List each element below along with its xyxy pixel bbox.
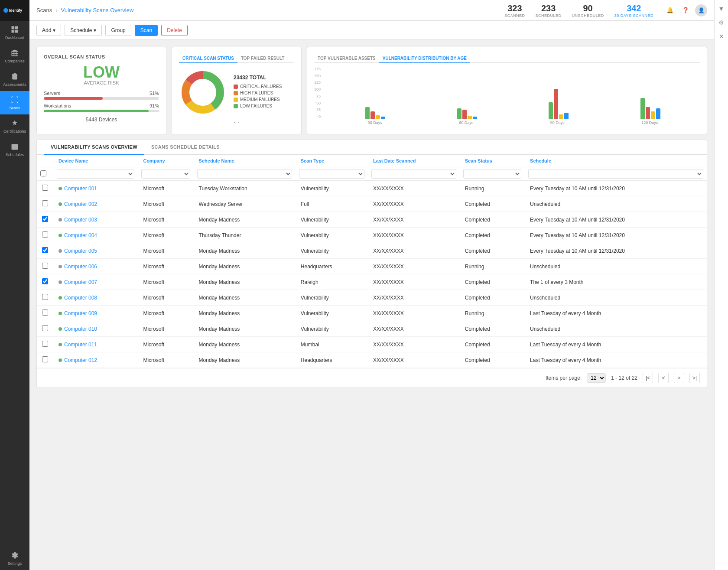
topbar: Scans › Vulnerability Scans Overview 323… [29,0,714,21]
user-avatar[interactable]: 👤 [695,4,707,16]
row-schedule-name: Tuesday Workstation [194,181,296,196]
row-device-name: Computer 001 [53,181,138,196]
header-schedule[interactable]: Schedule [525,155,707,167]
filter-schedule-select[interactable] [197,169,292,179]
header-device-name[interactable]: Device Name [53,155,138,167]
row-checkbox[interactable] [42,294,48,300]
row-checkbox[interactable] [42,200,48,206]
sidebar-item-scans[interactable]: Scans [0,91,29,114]
items-per-page-select[interactable]: 12 25 50 [587,373,606,383]
header-scan-type[interactable]: Scan Type [296,155,368,167]
svg-text:Identify: Identify [9,8,22,13]
device-link[interactable]: Computer 008 [58,295,133,301]
header-schedule-name[interactable]: Schedule Name [194,155,296,167]
row-checkbox-cell [37,274,53,290]
bar-chart-area [326,67,700,119]
items-per-page-label: Items per page: [546,375,582,381]
row-checkbox[interactable] [42,325,48,331]
schedule-button[interactable]: Schedule ▾ [65,25,102,36]
scan-button[interactable]: Scan [135,25,158,36]
row-schedule-text: Unscheduled [525,259,707,274]
legend-high: HIGH FAILURES [234,91,282,95]
row-checkbox[interactable] [42,309,48,316]
row-checkbox[interactable] [42,216,48,222]
critical-scan-status-card: CRITICAL SCAN STATUS TOP FAILED RESULT [172,47,302,134]
select-all-checkbox[interactable] [40,170,46,176]
close-panel-icon[interactable]: ✕ [716,31,727,42]
tab-top-vulnerable[interactable]: TOP VULNERABLE ASSETS [314,54,379,62]
tab-vulnerability-distribution[interactable]: VULNERABILITY DISTRIBUTION BY AGE [379,54,470,63]
row-last-scanned: XX/XX/XXXX [368,321,460,337]
filter-status-select[interactable] [463,169,521,179]
group-button[interactable]: Group [105,25,131,36]
filter-type-select[interactable] [299,169,364,179]
add-chevron-icon: ▾ [53,27,55,33]
table-row: Computer 009MicrosoftMonday MadnessVulne… [37,306,707,321]
filter-device-select[interactable] [57,169,134,179]
help-icon[interactable]: ❓ [679,4,692,16]
notifications-icon[interactable]: 🔔 [664,4,676,16]
topbar-stats: 323 SCANNED 233 SCHEDULED 90 UNSCHEDULED… [504,3,707,18]
sidebar-item-settings[interactable]: Settings [0,547,29,570]
sidebar-item-companies[interactable]: Companies [0,44,29,68]
breadcrumb-separator: › [55,7,57,13]
device-link[interactable]: Computer 003 [58,217,133,223]
filter-schedule [525,167,707,181]
row-last-scanned: XX/XX/XXXX [368,196,460,212]
filter-date-select[interactable] [371,169,456,179]
device-link[interactable]: Computer 007 [58,279,133,285]
page-first-button[interactable]: |< [643,373,653,383]
device-link[interactable]: Computer 004 [58,232,133,238]
device-link[interactable]: Computer 011 [58,342,133,348]
row-checkbox[interactable] [42,185,48,191]
stat-scheduled-value: 233 [536,3,562,13]
page-last-button[interactable]: >| [689,373,700,383]
row-checkbox[interactable] [42,278,48,284]
workstations-bar-fill [44,110,149,112]
tab-top-failed[interactable]: TOP FAILED RESULT [237,54,288,62]
filter-sched-select[interactable] [528,169,703,179]
sidebar-item-assessments[interactable]: Assessments [0,68,29,91]
add-button[interactable]: Add ▾ [36,25,61,36]
bar [468,116,472,119]
stat-scanned-value: 323 [504,3,525,13]
row-checkbox[interactable] [42,263,48,269]
row-checkbox[interactable] [42,247,48,253]
table-row: Computer 011MicrosoftMonday MadnessMumba… [37,337,707,352]
row-schedule-text: The 1 of every 3 Month [525,274,707,290]
sidebar-item-dashboard[interactable]: Dashboard [0,21,29,44]
page-prev-button[interactable]: < [658,373,669,383]
row-last-scanned: XX/XX/XXXX [368,290,460,306]
filter-panel-icon[interactable]: ▼ [716,3,727,14]
row-scan-type: Vulnerability [296,212,368,228]
breadcrumb-parent[interactable]: Scans [36,7,52,13]
gear-panel-icon[interactable]: ⚙ [716,17,727,28]
header-scan-status[interactable]: Scan Status [460,155,525,167]
sidebar-item-certifications[interactable]: Certifications [0,114,29,138]
device-link[interactable]: Computer 006 [58,264,133,270]
row-checkbox[interactable] [42,341,48,347]
device-link[interactable]: Computer 010 [58,326,133,332]
tab-vulnerability-overview[interactable]: VULNERABILITY SCANS OVERVIEW [44,140,144,155]
table-row: Computer 004MicrosoftThursday ThunderVul… [37,228,707,243]
header-last-scanned[interactable]: Last Date Scanned [368,155,460,167]
device-link[interactable]: Computer 012 [58,357,133,363]
device-link[interactable]: Computer 002 [58,201,133,207]
row-checkbox[interactable] [42,356,48,362]
right-panel: ▼ ⚙ ✕ [714,0,728,570]
row-checkbox[interactable] [42,231,48,238]
row-checkbox-cell [37,352,53,368]
tab-critical-scan[interactable]: CRITICAL SCAN STATUS [179,54,237,63]
svg-point-0 [3,8,8,13]
row-schedule-name: Monday Madness [194,259,296,274]
device-link[interactable]: Computer 009 [58,310,133,316]
filter-company-select[interactable] [141,169,190,179]
page-next-button[interactable]: > [674,373,684,383]
device-link[interactable]: Computer 005 [58,248,133,254]
device-link[interactable]: Computer 001 [58,186,133,192]
pagination-range: 1 - 12 of 22 [611,375,637,381]
tab-scans-schedule[interactable]: SCANS SCHEDULE DETAILS [144,140,227,154]
sidebar-item-schedules[interactable]: Schedules [0,138,29,161]
delete-button[interactable]: Delete [161,25,188,36]
header-company[interactable]: Company [138,155,193,167]
